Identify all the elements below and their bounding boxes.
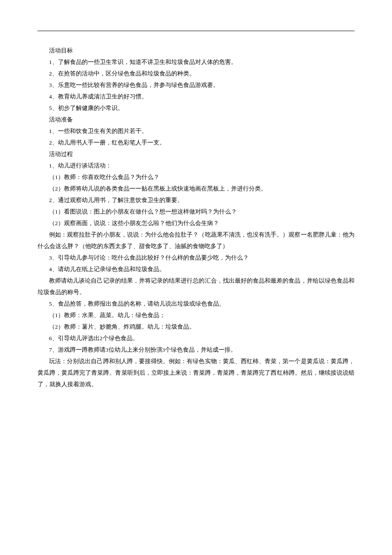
- prep-item: 2、幼儿用书人手一册，红色彩笔人手一支。: [37, 137, 355, 148]
- process-item: （2）观察画面，说说：这些小朋友怎么啦？他们为什么会生病？: [37, 217, 355, 229]
- process-item: 1、幼儿进行谈话活动：: [37, 160, 355, 171]
- process-item: （2）教师将幼儿说的各类食品一一贴在黑板上或快速地画在黑板上，并进行分类。: [37, 183, 355, 194]
- goal-item: 1、了解食品的一些卫生常识，知道不讲卫生和垃圾食品对人体的危害。: [37, 56, 355, 68]
- process-item: 教师请幼儿谈论自己记录的结果，并将记录的结果进行总的汇合，找出最好的食品和最差的…: [37, 275, 355, 298]
- process-item: （2）教师：薯片、妙脆角、炸鸡腿。幼儿：垃圾食品。: [37, 321, 355, 332]
- prep-item: 1、一些和饮食卫生有关的图片若干。: [37, 125, 355, 137]
- process-item: 2、通过观察幼儿用书，了解注意饮食卫生的重要。: [37, 194, 355, 206]
- process-item: 7、游戏蹲一蹲教师请3位幼儿上来分别扮演3个绿色食品，并站成一排。: [37, 344, 355, 356]
- process-item: 例如：观察拉肚子的小朋友，说说：为什么他会拉肚子？（吃蔬果不清洗，也没有洗手。）…: [37, 229, 355, 252]
- process-item: 5、食品抢答，教师报出食品的名称，请幼儿说出垃圾或绿色食品。: [37, 298, 355, 309]
- process-item: 6、引导幼儿评选出2个绿色食品。: [37, 332, 355, 344]
- page-container: 活动目标 1、了解食品的一些卫生常识，知道不讲卫生和垃圾食品对人体的危害。 2、…: [0, 0, 392, 390]
- process-item: （1）教师：水果、蔬菜。幼儿：绿色食品；: [37, 309, 355, 321]
- goal-item: 3、乐意吃一些比较有营养的绿色食品，并参与绿色食品游戏赛。: [37, 79, 355, 91]
- document-content: 活动目标 1、了解食品的一些卫生常识，知道不讲卫生和垃圾食品对人体的危害。 2、…: [37, 45, 355, 390]
- goal-item: 2、在抢答的活动中，区分绿色食品和垃圾食品的种类。: [37, 68, 355, 79]
- process-header: 活动过程: [37, 148, 355, 160]
- goal-item: 4、教育幼儿养成清洁卫生的好习惯。: [37, 91, 355, 102]
- process-item: （1）看图说说：图上的小朋友在做什么？想一想这样做对吗？为什么？: [37, 206, 355, 217]
- process-item: 3、引导幼儿参与讨论：吃什么食品比较好？什么样的食品要少吃，为什么？: [37, 252, 355, 263]
- process-item: （1）教师：你喜欢吃什么食品？为什么？: [37, 171, 355, 183]
- process-item: 玩法：分别说出自己蹲和别人蹲，要接得快。例如：有绿色实物：黄瓜、西红柿、青菜，第…: [37, 356, 355, 390]
- goals-header: 活动目标: [37, 45, 355, 56]
- top-divider: [37, 31, 355, 31]
- goal-item: 5、初步了解健康的小常识。: [37, 102, 355, 114]
- prep-header: 活动准备: [37, 114, 355, 125]
- process-item: 4、请幼儿在纸上记录绿色食品和垃圾食品。: [37, 263, 355, 275]
